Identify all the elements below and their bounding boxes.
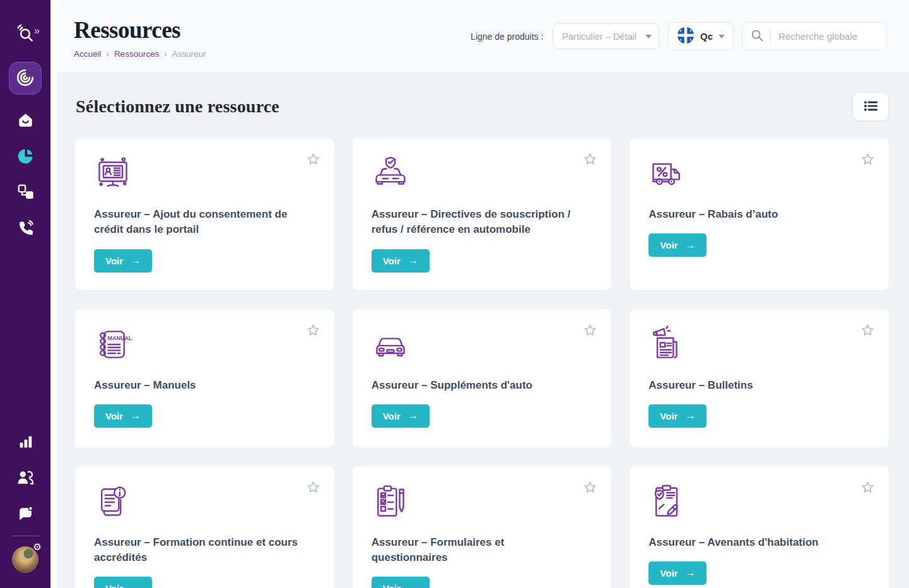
favorite-star-icon[interactable] [583, 152, 597, 168]
breadcrumb-current: Assureur [172, 49, 206, 59]
voir-button[interactable]: Voir → [372, 577, 430, 588]
clipboard-shield-pen-icon [648, 483, 870, 522]
sidebar-item-contacts[interactable] [16, 469, 34, 488]
voir-button-label: Voir [383, 256, 401, 266]
card-title: Assureur – Bulletins [648, 378, 857, 393]
breadcrumb-accueil[interactable]: Accueil [74, 49, 102, 59]
breadcrumb-separator: › [107, 49, 109, 59]
favorite-star-icon[interactable] [860, 323, 875, 339]
resource-card[interactable]: Assureur – Formulaires et questionnaires… [352, 466, 613, 588]
svg-text:MANUAL: MANUAL [108, 335, 132, 341]
sidebar-item-reports[interactable] [17, 148, 34, 167]
voir-button[interactable]: Voir → [372, 404, 430, 428]
resource-card[interactable]: Assureur – Ajout du consentement de créd… [74, 138, 335, 291]
page-title: Ressources [74, 18, 206, 44]
arrow-right-icon: → [408, 584, 418, 588]
sidebar-item-feedback[interactable] [17, 505, 34, 524]
global-search[interactable] [742, 22, 887, 50]
arrow-right-icon: → [131, 256, 141, 266]
arrow-right-icon: → [685, 568, 695, 578]
sidebar-item-phone[interactable] [16, 220, 34, 239]
sidebar-divider [11, 536, 39, 536]
resource-card[interactable]: Assureur – Suppléments d'auto Voir → [352, 309, 613, 448]
monitor-id-card-icon [94, 155, 315, 194]
resource-card[interactable]: Assureur – Rabais d’auto Voir → [629, 138, 889, 291]
voir-button-label: Voir [383, 411, 401, 421]
breadcrumb-ressources[interactable]: Ressources [114, 49, 159, 59]
favorite-star-icon[interactable] [860, 152, 875, 168]
main-panel: Ressources Accueil › Ressources › Assure… [57, 0, 909, 588]
sidebar-item-home[interactable] [17, 112, 34, 131]
clipboard-checklist-icon [372, 483, 593, 522]
resource-cards-grid: Assureur – Ajout du consentement de créd… [74, 138, 889, 588]
favorite-star-icon[interactable] [306, 152, 320, 168]
voir-button[interactable]: Voir → [94, 249, 152, 273]
resource-card[interactable]: Assureur – Avenants d'habitation Voir → [629, 466, 889, 588]
arrow-right-icon: → [685, 240, 695, 250]
arrow-right-icon: → [685, 411, 695, 421]
favorite-star-icon[interactable] [306, 480, 320, 497]
chevron-down-icon [718, 35, 725, 38]
list-view-toggle-button[interactable] [853, 93, 888, 121]
voir-button[interactable]: Voir → [372, 249, 430, 273]
chevron-down-icon [645, 35, 652, 38]
arrow-right-icon: → [131, 584, 141, 588]
voir-button-label: Voir [660, 411, 677, 421]
resource-card[interactable]: Assureur – Directives de souscription / … [352, 138, 613, 291]
voir-button[interactable]: Voir → [648, 404, 707, 428]
newspaper-megaphone-icon [648, 326, 870, 365]
voir-button[interactable]: Voir → [648, 233, 707, 257]
sidebar-item-active-app[interactable] [9, 62, 42, 95]
resource-card[interactable]: MANUAL Assureur – Manuels Voir → [74, 309, 335, 448]
swirl-logo-icon [16, 68, 35, 89]
voir-button[interactable]: Voir → [94, 404, 152, 428]
user-avatar[interactable]: ⚙ [12, 546, 38, 573]
favorite-star-icon[interactable] [583, 480, 597, 497]
list-view-icon [862, 98, 879, 116]
home-icon [17, 112, 34, 131]
sidebar-item-stats[interactable] [17, 433, 34, 452]
document-info-icon [94, 483, 315, 522]
card-title: Assureur – Suppléments d'auto [372, 378, 580, 393]
voir-button-label: Voir [660, 568, 677, 579]
card-title: Assureur – Formulaires et questionnaires [372, 535, 580, 566]
section-title: Sélectionnez une ressource [76, 97, 279, 117]
search-icon [750, 28, 764, 45]
breadcrumb-separator: › [164, 49, 167, 59]
card-title: Assureur – Ajout du consentement de créd… [94, 207, 302, 238]
sidebar-search-icon[interactable] [16, 24, 35, 43]
favorite-star-icon[interactable] [860, 480, 875, 497]
bar-chart-icon [17, 433, 34, 452]
search-input[interactable] [777, 30, 879, 42]
arrow-right-icon: → [408, 256, 418, 266]
users-icon [16, 469, 34, 488]
phone-icon [16, 220, 34, 239]
card-title: Assureur – Avenants d'habitation [648, 535, 857, 550]
voir-button[interactable]: Voir → [648, 562, 707, 585]
topbar: Ressources Accueil › Ressources › Assure… [57, 0, 909, 73]
sidebar: » [0, 0, 50, 588]
manual-notebook-icon: MANUAL [94, 326, 315, 365]
gear-icon: ⚙ [33, 542, 42, 551]
card-title: Assureur – Manuels [94, 378, 302, 393]
favorite-star-icon[interactable] [306, 323, 320, 339]
region-select[interactable]: Qc [668, 22, 734, 50]
voir-button-label: Voir [105, 256, 123, 266]
resource-card[interactable]: Assureur – Bulletins Voir → [629, 309, 889, 448]
resource-card[interactable]: Assureur – Formation continue et cours a… [74, 466, 335, 588]
card-title: Assureur – Rabais d’auto [648, 207, 857, 222]
product-line-label: Ligne de produits : [471, 32, 543, 42]
sidebar-item-structure[interactable] [17, 184, 34, 203]
car-front-icon [372, 326, 593, 365]
content-area: Sélectionnez une ressource Assureur – [57, 73, 909, 588]
voir-button[interactable]: Voir → [94, 577, 152, 588]
pie-chart-icon [17, 148, 34, 167]
sidebar-expand-icon[interactable]: » [34, 26, 38, 36]
product-line-value: Particulier – Détail [562, 32, 636, 42]
region-code: Qc [700, 31, 713, 42]
product-line-select[interactable]: Particulier – Détail [553, 23, 660, 49]
quebec-flag-icon [677, 26, 695, 47]
search-divider [770, 29, 771, 44]
favorite-star-icon[interactable] [583, 323, 597, 339]
voir-button-label: Voir [383, 583, 401, 588]
